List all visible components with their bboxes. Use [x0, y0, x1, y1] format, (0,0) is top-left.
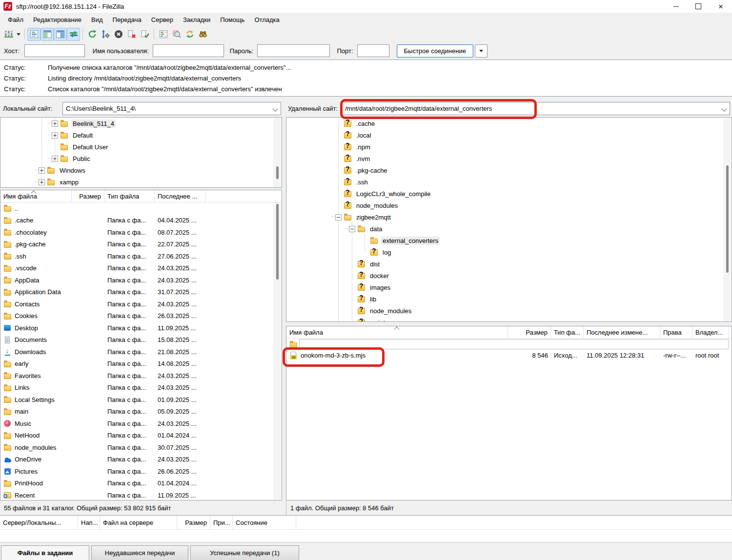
menu-item[interactable]: Передача [108, 14, 146, 25]
local-tree-item[interactable]: Windows [0, 164, 282, 176]
process-queue-button[interactable] [99, 28, 112, 41]
local-file-row[interactable]: Documents Папка с фа... 15.08.2025 ... [0, 334, 282, 346]
local-file-row[interactable]: Favorites Папка с фа... 24.03.2025 ... [0, 370, 282, 382]
quickconnect-dropdown-button[interactable] [475, 44, 488, 58]
scrollbar-thumb[interactable] [276, 166, 279, 179]
remote-tree-item[interactable]: zigbee2mqtt [286, 211, 732, 223]
minimize-button[interactable] [665, 0, 687, 13]
column-header-size[interactable]: Размер [508, 326, 551, 338]
synchronized-browsing-button[interactable] [183, 28, 196, 41]
remote-tree-item[interactable]: external_converters [286, 235, 732, 246]
scrollbar-thumb[interactable] [726, 165, 729, 273]
local-tree-item[interactable]: Default User [0, 141, 282, 153]
menu-item[interactable]: Редактирование [28, 14, 86, 25]
remote-tree-item[interactable]: log [286, 246, 732, 258]
toggle-local-tree-button[interactable] [41, 28, 54, 41]
remote-tree-item[interactable]: .ssh [286, 176, 732, 188]
port-input[interactable] [357, 44, 389, 57]
remote-tree-item[interactable]: node_modules [286, 200, 732, 211]
quickconnect-button[interactable]: Быстрое соединение [397, 44, 473, 58]
remote-tree-item[interactable]: .npm [286, 141, 732, 153]
remote-tree-item[interactable]: node_modules [286, 305, 732, 317]
local-file-row[interactable]: Recent Папка с фа... 11.09.2025 ... [0, 489, 282, 500]
remote-tree-item[interactable]: .nvm [286, 153, 732, 164]
queue-column-header[interactable]: Нап... [78, 516, 100, 529]
local-file-row[interactable]: .pkg-cache Папка с фа... 22.07.2025 ... [0, 239, 282, 251]
remote-tree-item[interactable]: LogicCLr3_whole_compile [286, 188, 732, 200]
remote-file-row[interactable]: onokom-md-3-zb-s.mjs 8 546 Исход... 11.0… [286, 350, 732, 361]
tab-queued-files[interactable]: Файлы в задании [1, 545, 89, 560]
site-manager-dropdown-button[interactable] [15, 28, 22, 41]
column-header-name[interactable]: Имя файла [0, 190, 72, 202]
remote-site-combobox[interactable]: /mnt/data/root/zigbee2mqtt/data/external… [342, 102, 730, 115]
remote-tree-scrollbar[interactable] [723, 118, 731, 321]
local-file-row[interactable]: node_modules Папка с фа... 30.07.2025 ..… [0, 441, 282, 454]
menu-item[interactable]: Сервер [146, 14, 178, 25]
local-tree-item[interactable]: Default [0, 129, 282, 141]
remote-tree-item[interactable]: docker [286, 270, 732, 281]
local-list-scrollbar[interactable] [273, 202, 281, 500]
local-file-row[interactable]: .chocolatey Папка с фа... 08.07.2025 ... [0, 226, 282, 239]
local-file-row[interactable]: Links Папка с фа... 24.03.2025 ... [0, 382, 282, 394]
column-header-size[interactable]: Размер [72, 190, 104, 202]
toggle-log-button[interactable] [27, 28, 41, 41]
local-file-row[interactable]: .. [0, 202, 282, 215]
local-file-row[interactable]: Local Settings Папка с фа... 01.09.2025 … [0, 394, 282, 406]
local-file-row[interactable]: Downloads Папка с фа... 21.08.2025 ... [0, 346, 282, 358]
local-file-row[interactable]: Pictures Папка с фа... 26.06.2025 ... [0, 465, 282, 478]
local-file-row[interactable]: AppData Папка с фа... 24.03.2025 ... [0, 274, 282, 286]
remote-file-row[interactable] [286, 339, 732, 350]
local-file-row[interactable]: .vscode Папка с фа... 24.03.2025 ... [0, 262, 282, 275]
directory-comparison-button[interactable] [170, 28, 183, 41]
menu-item[interactable]: Помощь [215, 14, 249, 25]
remote-tree-item[interactable]: data [286, 223, 732, 235]
column-header-type[interactable]: Тип файла [104, 190, 155, 202]
queue-column-header[interactable]: Состояние [233, 516, 296, 529]
queue-column-header[interactable]: Сервер/Локальны... [0, 516, 78, 529]
toggle-transfer-queue-button[interactable] [67, 28, 80, 41]
tree-expander-icon[interactable] [39, 179, 45, 185]
refresh-button[interactable] [85, 28, 99, 41]
local-tree-item[interactable]: Public [0, 153, 282, 164]
username-input[interactable] [153, 44, 224, 57]
site-manager-button[interactable] [2, 28, 15, 41]
password-input[interactable] [257, 44, 330, 57]
column-header-owner[interactable]: Владел... [692, 326, 729, 338]
tree-expander-icon[interactable] [39, 167, 45, 174]
local-file-row[interactable]: .cache Папка с фа... 04.04.2025 ... [0, 215, 282, 227]
column-header-date[interactable]: Последнее ... [155, 190, 205, 202]
tab-successful-transfers[interactable]: Успешные передачи (1) [190, 545, 299, 560]
local-file-row[interactable]: Contacts Папка с фа... 24.03.2025 ... [0, 298, 282, 310]
tree-expander-icon[interactable] [52, 132, 58, 139]
reconnect-button[interactable] [138, 28, 151, 41]
local-file-row[interactable]: NetHood Папка с фа... 01.04.2024 ... [0, 430, 282, 442]
toggle-remote-tree-button[interactable] [54, 28, 67, 41]
local-file-row[interactable]: OneDrive Папка с фа... 24.03.2025 ... [0, 454, 282, 466]
menu-item[interactable]: Отладка [249, 14, 284, 25]
remote-tree-item[interactable]: .local [286, 129, 732, 141]
queue-column-header[interactable]: Размер [177, 516, 210, 529]
find-files-button[interactable] [196, 28, 209, 41]
local-tree-item[interactable]: Beelink_511_4 [0, 118, 282, 129]
local-file-row[interactable]: main Папка с фа... 05.09.2025 ... [0, 406, 282, 418]
remote-tree-item[interactable]: dist [286, 258, 732, 270]
local-file-row[interactable]: .ssh Папка с фа... 27.06.2025 ... [0, 250, 282, 262]
tree-expander-icon[interactable] [335, 214, 342, 220]
local-file-row[interactable]: PrintHood Папка с фа... 01.04.2024 ... [0, 478, 282, 490]
local-file-row[interactable]: Desktop Папка с фа... 11.09.2025 ... [0, 322, 282, 334]
remote-tree-item[interactable]: images [286, 281, 732, 293]
local-site-combobox[interactable]: C:\Users\Beelink_511_4\ [62, 102, 281, 115]
menu-item[interactable]: Файл [3, 14, 28, 25]
tree-expander-icon[interactable] [52, 156, 58, 162]
local-tree-scrollbar[interactable] [273, 118, 281, 187]
queue-column-header[interactable]: Файл на сервере [100, 516, 177, 529]
column-header-permissions[interactable]: Права [660, 326, 692, 338]
menu-item[interactable]: Закладки [178, 14, 215, 25]
host-input[interactable] [24, 44, 85, 57]
filter-button[interactable] [157, 28, 170, 41]
close-button[interactable]: × [710, 0, 732, 13]
local-file-row[interactable]: early Папка с фа... 14.08.2025 ... [0, 358, 282, 370]
local-file-row[interactable]: Music Папка с фа... 24.03.2025 ... [0, 418, 282, 430]
maximize-button[interactable] [687, 0, 710, 13]
tree-expander-icon[interactable] [349, 226, 355, 232]
